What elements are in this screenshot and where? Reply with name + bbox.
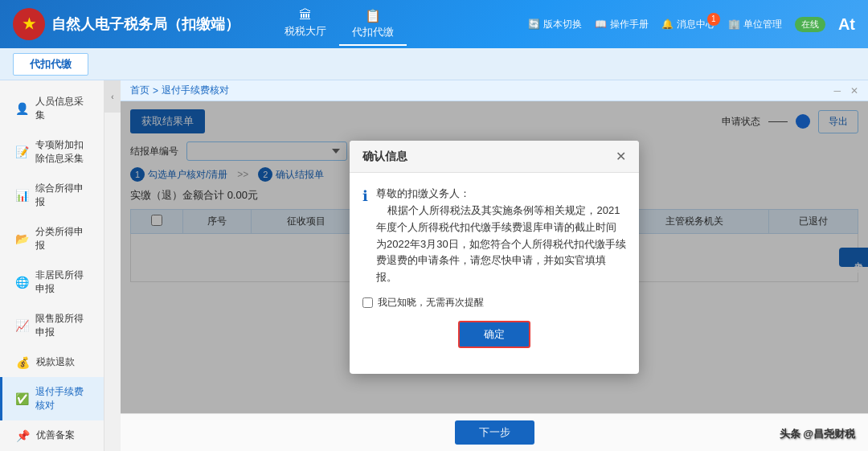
second-header: 代扣代缴	[0, 48, 868, 80]
breadcrumb-home[interactable]: 首页	[130, 84, 149, 97]
breadcrumb-current: 退付手续费核对	[162, 84, 229, 97]
dialog-text-content: 尊敬的扣缴义务人： 根据个人所得税法及其实施条例等相关规定，2021年度个人所得…	[376, 186, 626, 286]
header-manual[interactable]: 📖 操作手册	[595, 18, 649, 31]
breadcrumb-sep1: >	[153, 85, 158, 96]
main-content: 首页 > 退付手续费核对 ─ ✕ 获取结果单 申请状态 —— 导出 结报单编号	[121, 80, 868, 451]
personnel-icon: 👤	[15, 102, 29, 115]
window-close[interactable]: ✕	[850, 85, 858, 96]
special-icon: 📝	[15, 146, 29, 158]
sidebar-label-comprehensive: 综合所得申报	[35, 182, 91, 209]
online-status: 在线	[795, 17, 825, 32]
sidebar: 👤 人员信息采集 📝 专项附加扣除信息采集 📊 综合所得申报 📂 分类所得申报 …	[0, 80, 104, 451]
bottom-nav: 下一步	[121, 413, 868, 451]
refund-proc-icon: ✅	[15, 392, 29, 405]
top-header: ★ 自然人电子税务局（扣缴端） 🏛 税税大厅 📋 代扣代缴 🔄 版本切换 📖 操…	[0, 0, 868, 48]
app-title: 自然人电子税务局（扣缴端）	[51, 14, 240, 34]
dialog-checkbox-row: 我已知晓，无需再次提醒	[362, 296, 626, 310]
tax-icon: 🏛	[299, 8, 312, 23]
window-minimize[interactable]: ─	[833, 85, 841, 96]
main-layout: 👤 人员信息采集 📝 专项附加扣除信息采集 📊 综合所得申报 📂 分类所得申报 …	[0, 80, 868, 451]
sidebar-item-refund[interactable]: 💰 税款退款	[0, 347, 104, 377]
manage-icon: 🏢	[728, 18, 740, 30]
comprehensive-icon: 📊	[15, 189, 29, 202]
confirm-button[interactable]: 确定	[458, 321, 530, 348]
watermark: 头条 @昌尧财税	[780, 427, 855, 441]
dialog-info-row: ℹ 尊敬的扣缴义务人： 根据个人所得税法及其实施条例等相关规定，2021年度个人…	[362, 186, 626, 286]
sidebar-label-limited: 限售股所得申报	[35, 312, 91, 339]
logo-icon: ★	[13, 8, 45, 40]
dialog-body: ℹ 尊敬的扣缴义务人： 根据个人所得税法及其实施条例等相关规定，2021年度个人…	[350, 173, 639, 374]
dialog-close-button[interactable]: ✕	[616, 149, 626, 164]
nav-withhold-label: 代扣代缴	[352, 25, 394, 39]
refund-icon: 💰	[15, 356, 30, 369]
switch-icon: 🔄	[528, 18, 540, 30]
sidebar-collapse-btn[interactable]: ‹	[104, 80, 121, 113]
next-button[interactable]: 下一步	[455, 420, 534, 445]
header-switch[interactable]: 🔄 版本切换	[528, 18, 582, 31]
sidebar-item-limited[interactable]: 📈 限售股所得申报	[0, 304, 104, 347]
manage-label: 单位管理	[743, 18, 782, 31]
priority-icon: 📌	[15, 429, 30, 442]
dialog-header: 确认信息 ✕	[350, 141, 639, 173]
breadcrumb: 首页 > 退付手续费核对 ─ ✕	[121, 80, 868, 101]
limited-icon: 📈	[15, 319, 29, 332]
sidebar-item-priority[interactable]: 📌 优善备案	[0, 420, 104, 450]
dialog-overlay: 确认信息 ✕ ℹ 尊敬的扣缴义务人： 根据个人所得税法及其实施条例等相关规定，2…	[121, 101, 868, 413]
header-right: 🔄 版本切换 📖 操作手册 🔔 1 消息中心 🏢 单位管理 在线 At	[528, 15, 855, 34]
sidebar-item-personnel[interactable]: 👤 人员信息采集	[0, 87, 104, 130]
sidebar-label-special: 专项附加扣除信息采集	[35, 138, 91, 166]
switch-label: 版本切换	[543, 18, 582, 31]
sidebar-label-refund-proc: 退付手续费核对	[35, 385, 91, 412]
sidebar-item-category[interactable]: 📂 分类所得申报	[0, 217, 104, 260]
manual-icon: 📖	[595, 18, 607, 30]
sidebar-item-special[interactable]: 📝 专项附加扣除信息采集	[0, 130, 104, 174]
at-text: At	[838, 15, 855, 34]
sidebar-label-refund: 税款退款	[36, 355, 75, 369]
message-icon: 🔔	[661, 18, 674, 30]
content-body: 获取结果单 申请状态 —— 导出 结报单编号 1 勾选单户核对	[121, 101, 868, 413]
header-nav: 🏛 税税大厅 📋 代扣代缴	[272, 3, 407, 46]
withhold-icon: 📋	[365, 8, 381, 23]
nav-tax-label: 税税大厅	[285, 24, 326, 39]
dialog-footer: 确定	[362, 321, 626, 361]
message-badge: 1	[707, 13, 720, 26]
dialog-title: 确认信息	[362, 150, 407, 164]
nav-withhold[interactable]: 📋 代扣代缴	[339, 3, 407, 46]
manual-label: 操作手册	[610, 18, 649, 31]
nav-tax[interactable]: 🏛 税税大厅	[272, 3, 339, 46]
nonresident-icon: 🌐	[15, 276, 29, 289]
logo-area: ★ 自然人电子税务局（扣缴端）	[13, 8, 240, 40]
sidebar-item-comprehensive[interactable]: 📊 综合所得申报	[0, 174, 104, 217]
dialog-info-icon: ℹ	[362, 187, 368, 286]
header-manage[interactable]: 🏢 单位管理	[728, 18, 782, 31]
no-remind-label: 我已知晓，无需再次提醒	[378, 296, 484, 310]
sidebar-label-nonresident: 非居民所得申报	[35, 269, 91, 296]
sidebar-item-nonresident[interactable]: 🌐 非居民所得申报	[0, 260, 104, 304]
sidebar-label-category: 分类所得申报	[35, 225, 91, 252]
sidebar-label-personnel: 人员信息采集	[35, 95, 91, 122]
dialog-text: 尊敬的扣缴义务人： 根据个人所得税法及其实施条例等相关规定，2021年度个人所得…	[376, 186, 626, 286]
sidebar-item-refund-proc[interactable]: ✅ 退付手续费核对	[0, 377, 104, 420]
sidebar-label-priority: 优善备案	[36, 428, 75, 442]
header-message[interactable]: 🔔 1 消息中心	[661, 18, 715, 31]
second-header-title: 代扣代缴	[13, 53, 88, 76]
confirm-dialog: 确认信息 ✕ ℹ 尊敬的扣缴义务人： 根据个人所得税法及其实施条例等相关规定，2…	[350, 141, 639, 374]
category-icon: 📂	[15, 232, 29, 245]
no-remind-checkbox[interactable]	[362, 297, 373, 308]
